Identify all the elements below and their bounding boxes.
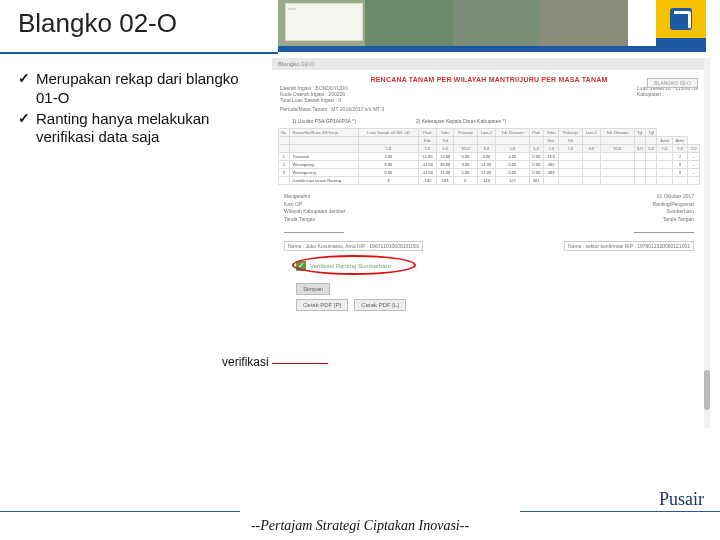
footer-line-left bbox=[0, 511, 240, 512]
scrollbar[interactable] bbox=[704, 58, 710, 428]
meta-left: Daerah Irigasi : BONDOYUDO Kode Daerah I… bbox=[280, 85, 348, 103]
slide-title: Blangko 02-O bbox=[18, 8, 177, 39]
periode: Periode/Masa Tanam : MT 2016/2017 s/d MT… bbox=[272, 104, 706, 114]
app-screenshot: Blangko 02-O BLANGKO 02-O RENCANA TANAM … bbox=[272, 58, 706, 428]
blangko-tag: BLANGKO 02-O bbox=[647, 78, 698, 88]
data-table: NoNama/Hal/Ruas Wil KerjaLuas Sawah oD W… bbox=[278, 128, 700, 185]
motto: --Pertajam Strategi Ciptakan Inovasi-- bbox=[0, 518, 720, 534]
footer-line-right bbox=[520, 511, 720, 512]
pu-logo bbox=[656, 0, 706, 46]
brand: Pusair bbox=[659, 489, 704, 510]
print-pdf-l-button[interactable]: Cetak PDF [L] bbox=[354, 299, 406, 311]
login-thumb: ▭▭ bbox=[285, 3, 363, 41]
blue-band bbox=[278, 46, 706, 52]
slide: ▭▭ Blangko 02-O Merupakan rekap dari bla… bbox=[0, 0, 720, 540]
verify-checkbox-row[interactable]: ✓ Verifikasi Ranting Sumberbaru bbox=[296, 261, 682, 271]
bullet-item: Ranting hanya melakukan verifikasi data … bbox=[18, 110, 264, 148]
names-row: Nama : Joko Kusumanto, Amd NIP : 1967110… bbox=[272, 239, 706, 253]
signature-row: Mengetahui Kasi OP Wilayah Kabupaten Jem… bbox=[272, 187, 706, 239]
save-button[interactable]: Simpan bbox=[296, 283, 330, 295]
breadcrumb: Blangko 02-O bbox=[272, 58, 706, 70]
bullet-list: Merupakan rekap dari blangko 01-O Rantin… bbox=[18, 70, 264, 149]
title-underline bbox=[0, 52, 278, 54]
section-headers: 1) Usulan P3A/GP3A/IP3A *) 2) Ketetapan … bbox=[272, 114, 706, 126]
callout-label: verifikasi bbox=[222, 355, 269, 369]
callout-line bbox=[272, 363, 328, 364]
highlight-ellipse bbox=[292, 255, 416, 275]
doc-title: RENCANA TANAM PER WILAYAH MANTRI/JURU PE… bbox=[272, 76, 706, 83]
button-row: Simpan bbox=[272, 279, 706, 299]
print-pdf-p-button[interactable]: Cetak PDF [P] bbox=[296, 299, 348, 311]
bullet-item: Merupakan rekap dari blangko 01-O bbox=[18, 70, 264, 108]
